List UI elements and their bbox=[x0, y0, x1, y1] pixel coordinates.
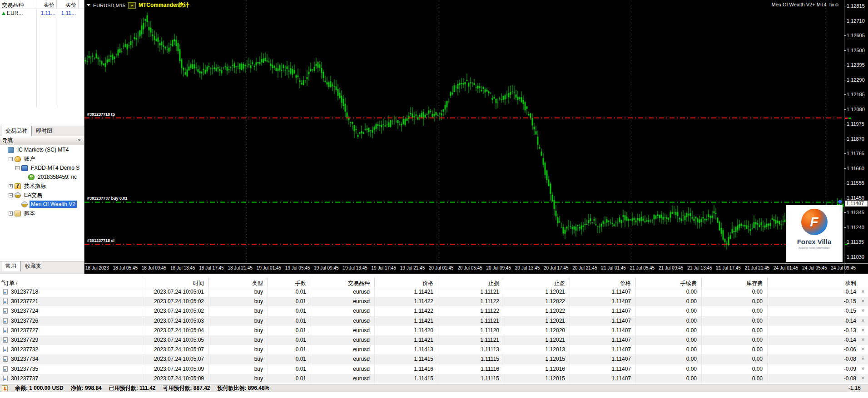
navigator-item-label: 账户 bbox=[23, 155, 36, 163]
order-cell: 2023.07.24 10:05:07 bbox=[145, 345, 209, 354]
navigator-item[interactable]: −EA交易 bbox=[0, 191, 84, 200]
status-item-3: 可用预付款: 887.42 bbox=[163, 384, 210, 392]
account-status-bar: 余额: 1 000.00 USD净值: 998.84已用预付款: 111.42可… bbox=[0, 384, 868, 392]
order-cell: 1.11413 bbox=[375, 345, 438, 354]
order-cell: 0.01 bbox=[268, 364, 311, 374]
time-axis-label: 21 Jul 13:45 bbox=[687, 265, 712, 274]
price-axis[interactable]: 1.11407 1.128151.127101.126051.125001.12… bbox=[844, 0, 868, 274]
price-axis-label: 1.11975 bbox=[847, 121, 864, 127]
expander-plus-icon[interactable]: + bbox=[9, 211, 13, 216]
order-row[interactable]: 3012377182023.07.24 10:05:01buy0.01eurus… bbox=[0, 287, 868, 297]
order-cell: 2023.07.24 10:05:02 bbox=[145, 306, 209, 316]
column-header-5[interactable]: 价格 bbox=[375, 278, 438, 287]
close-order-button[interactable]: × bbox=[862, 337, 864, 342]
column-header-10[interactable]: 库存费 bbox=[702, 278, 768, 287]
column-header-8[interactable]: 价格 bbox=[570, 278, 636, 287]
market-watch-body[interactable]: EUR...1.11...1.11... bbox=[0, 9, 84, 108]
close-order-button[interactable]: × bbox=[862, 318, 864, 323]
order-row[interactable]: 3012377242023.07.24 10:05:02buy0.01eurus… bbox=[0, 306, 868, 316]
market-watch-column-header[interactable]: 交易品种 bbox=[0, 0, 36, 9]
column-header-7[interactable]: 止盈 bbox=[504, 278, 570, 287]
order-row[interactable]: 3012377372023.07.24 10:05:09buy0.01eurus… bbox=[0, 374, 868, 383]
order-row[interactable]: 3012377262023.07.24 10:05:03buy0.01eurus… bbox=[0, 316, 868, 326]
status-item-2: 已用预付款: 111.42 bbox=[109, 384, 156, 392]
column-header-0[interactable]: 订单 / bbox=[0, 278, 145, 287]
order-cell: 2023.07.24 10:05:09 bbox=[145, 364, 209, 374]
expander-minus-icon[interactable]: − bbox=[15, 166, 20, 170]
price-axis-label: 1.12080 bbox=[847, 107, 865, 112]
chart-symbol-label: EURUSD,M15 bbox=[93, 3, 125, 8]
order-row[interactable]: 3012377322023.07.24 10:05:07buy0.01eurus… bbox=[0, 345, 868, 354]
column-header-1[interactable]: 时间 bbox=[145, 278, 209, 287]
navigator-item[interactable]: −FXDD-MT4 Demo S bbox=[0, 163, 84, 172]
axis-marker bbox=[845, 118, 848, 119]
order-id-cell: 301237727 bbox=[0, 326, 145, 335]
user-icon bbox=[28, 174, 35, 180]
market-watch-column-header[interactable]: 买价 bbox=[57, 0, 79, 9]
navigator-item[interactable]: −账户 bbox=[0, 154, 84, 163]
navigator-titlebar[interactable]: 导航 × bbox=[0, 136, 84, 145]
navigator-item[interactable]: +脚本 bbox=[0, 209, 84, 218]
time-axis-label: 18 Jul 17:45 bbox=[199, 265, 224, 274]
close-order-button[interactable]: × bbox=[862, 298, 864, 304]
order-cell: 0.00 bbox=[702, 306, 768, 316]
candlestick-plot[interactable] bbox=[84, 0, 844, 262]
column-header-3[interactable]: 手数 bbox=[268, 278, 311, 287]
market-watch-tab-0[interactable]: 交易品种 bbox=[1, 126, 32, 136]
price-axis-label: 1.12395 bbox=[847, 62, 865, 68]
navigator-tab-0[interactable]: 常用 bbox=[1, 261, 21, 271]
bottom-strip bbox=[0, 392, 868, 398]
navigator-item[interactable]: +f技术指标 bbox=[0, 182, 84, 191]
order-id: 301237724 bbox=[11, 308, 38, 314]
column-header-2[interactable]: 类型 bbox=[209, 278, 268, 287]
market-watch-tab-1[interactable]: 即时图 bbox=[32, 126, 56, 136]
market-watch-row[interactable]: EUR...1.11...1.11... bbox=[0, 9, 84, 17]
market-watch-column-header[interactable]: 卖价 bbox=[36, 0, 57, 9]
close-order-button[interactable]: × bbox=[862, 356, 864, 361]
ea-icon bbox=[15, 192, 21, 198]
order-id: 301237721 bbox=[11, 298, 38, 305]
close-order-button[interactable]: × bbox=[862, 366, 864, 371]
expander-plus-icon[interactable]: + bbox=[9, 184, 13, 188]
close-order-button[interactable]: × bbox=[862, 289, 864, 294]
account-summary: 余额: 1 000.00 USD净值: 998.84已用预付款: 111.42可… bbox=[15, 384, 269, 392]
order-row[interactable]: 3012377292023.07.24 10:05:05buy0.01eurus… bbox=[0, 335, 868, 345]
order-row[interactable]: 3012377272023.07.24 10:05:04buy0.01eurus… bbox=[0, 326, 868, 335]
column-header-6[interactable]: 止损 bbox=[438, 278, 504, 287]
chart-area[interactable]: EURUSD,M15 + MTCommander统计 Men Of Wealth… bbox=[84, 0, 844, 274]
column-header-4[interactable]: 交易品种 bbox=[311, 278, 375, 287]
navigator-item-label: IC Markets (SC) MT4 bbox=[16, 146, 70, 153]
time-axis[interactable]: 18 Jul 202318 Jul 05:4518 Jul 09:4518 Ju… bbox=[84, 263, 857, 274]
order-row[interactable]: 3012377352023.07.24 10:05:09buy0.01eurus… bbox=[0, 364, 868, 374]
order-cell: eurusd bbox=[311, 316, 375, 326]
add-indicator-button[interactable]: + bbox=[128, 2, 136, 9]
close-order-button[interactable]: × bbox=[862, 327, 864, 333]
time-axis-label: 24 Jul 09:45 bbox=[831, 265, 856, 274]
navigator-item[interactable]: IC Markets (SC) MT4 bbox=[0, 145, 84, 154]
column-header-11[interactable]: 获利 bbox=[768, 278, 868, 287]
order-cell: buy bbox=[209, 335, 268, 345]
expander-minus-icon[interactable]: − bbox=[9, 193, 13, 197]
navigator-item[interactable]: 2018358459: nc bbox=[0, 172, 84, 182]
order-row[interactable]: 3012377212023.07.24 10:05:02buy0.01eurus… bbox=[0, 297, 868, 306]
expander-minus-icon[interactable]: − bbox=[9, 157, 13, 161]
close-order-button[interactable]: × bbox=[862, 346, 864, 352]
navigator-tree[interactable]: IC Markets (SC) MT4−账户−FXDD-MT4 Demo S20… bbox=[0, 145, 84, 261]
close-icon[interactable]: × bbox=[76, 137, 83, 144]
order-cell: 1.12022 bbox=[504, 297, 570, 306]
close-order-button[interactable]: × bbox=[862, 375, 864, 381]
order-id-cell: 301237718 bbox=[0, 287, 145, 297]
order-id: 301237726 bbox=[11, 318, 38, 324]
navigator-tab-1[interactable]: 收藏夹 bbox=[21, 261, 45, 271]
order-cell: -0.08× bbox=[768, 354, 868, 364]
navigator-item[interactable]: Men Of Wealth V2 bbox=[0, 200, 84, 209]
order-cell: 1.12015 bbox=[504, 374, 570, 383]
order-cell: 0.01 bbox=[268, 306, 311, 316]
price-axis-label: 1.11765 bbox=[847, 151, 864, 156]
chevron-down-icon[interactable] bbox=[87, 4, 90, 6]
column-header-9[interactable]: 手续费 bbox=[636, 278, 702, 287]
scroll-up-icon[interactable] bbox=[1, 280, 5, 282]
order-cell: eurusd bbox=[311, 364, 375, 374]
close-order-button[interactable]: × bbox=[862, 308, 864, 313]
order-row[interactable]: 3012377342023.07.24 10:05:07buy0.01eurus… bbox=[0, 354, 868, 364]
